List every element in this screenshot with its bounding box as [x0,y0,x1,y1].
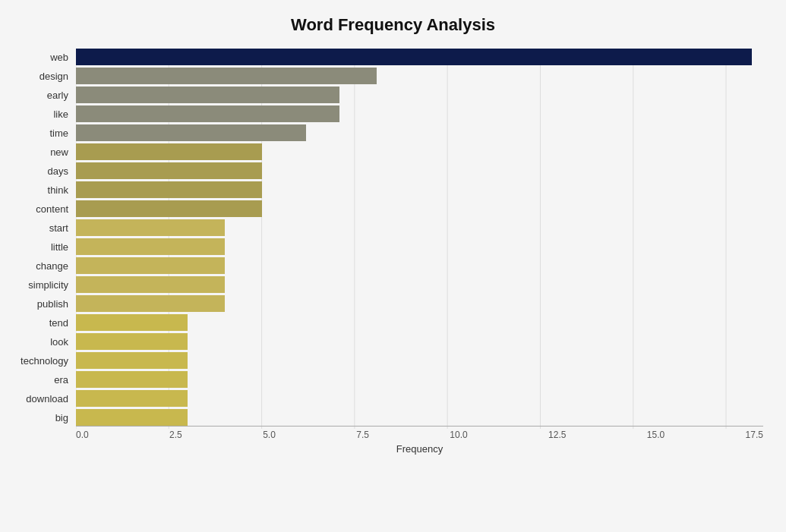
bar-fill [76,87,339,103]
x-ticks: 0.02.55.07.510.012.515.017.5 [76,430,763,440]
bar-label: think [8,184,76,196]
x-tick: 17.5 [746,430,763,440]
bar-track [76,276,763,293]
bar-fill [76,219,225,236]
bar-label: content [8,203,76,215]
bar-row: start [76,219,763,236]
bar-label: look [8,336,76,348]
bar-track [76,314,763,331]
bar-row: tend [76,314,763,331]
bar-row: days [76,162,763,179]
bar-fill [76,390,188,407]
x-axis: 0.02.55.07.510.012.515.017.5 Frequency [76,426,763,455]
bar-row: like [76,105,763,122]
bar-label: little [8,241,76,253]
bar-row: publish [76,295,763,312]
bar-row: look [76,333,763,350]
bar-row: content [76,200,763,217]
bar-fill [76,352,188,369]
bar-fill [76,124,306,141]
x-tick: 15.0 [647,430,664,440]
bar-track [76,238,763,255]
bar-row: era [76,371,763,388]
bar-track [76,333,763,350]
bar-fill [76,295,225,312]
bar-label: era [8,374,76,386]
bar-label: change [8,260,76,272]
bar-track [76,49,763,65]
bar-fill [76,49,752,65]
bar-row: technology [76,352,763,369]
bar-label: start [8,222,76,234]
bar-row: simplicity [76,276,763,293]
x-tick: 10.0 [450,430,467,440]
bar-label: days [8,165,76,177]
bar-fill [76,143,262,160]
bar-track [76,105,763,122]
bar-fill [76,68,377,84]
bar-label: technology [8,355,76,367]
bar-row: little [76,238,763,255]
bar-label: tend [8,317,76,329]
bar-track [76,68,763,84]
bar-row: download [76,390,763,407]
x-tick: 7.5 [356,430,369,440]
bar-track [76,257,763,274]
bar-row: web [76,49,763,65]
bar-row: design [76,68,763,84]
bar-label: new [8,146,76,158]
bar-fill [76,162,262,179]
x-tick: 5.0 [263,430,276,440]
bar-track [76,390,763,407]
bar-fill [76,314,188,331]
chart-container: Word Frequency Analysis webdesignearlyli… [0,0,786,532]
bar-label: design [8,71,76,82]
bar-fill [76,238,225,255]
bar-row: think [76,181,763,198]
bar-fill [76,333,188,350]
bar-track [76,124,763,141]
bar-fill [76,105,339,122]
bar-label: web [8,52,76,63]
bar-label: download [8,393,76,405]
bar-track [76,143,763,160]
bar-fill [76,181,262,198]
bar-row: early [76,87,763,103]
bar-track [76,200,763,217]
bar-track [76,352,763,369]
x-tick: 0.0 [76,430,89,440]
x-tick: 2.5 [169,430,182,440]
bar-label: big [8,412,76,423]
bar-label: simplicity [8,279,76,291]
bar-label: publish [8,298,76,310]
bar-track [76,371,763,388]
bar-track [76,181,763,198]
bar-fill [76,371,188,388]
bar-label: early [8,90,76,101]
bar-row: big [76,409,763,426]
chart-title: Word Frequency Analysis [23,15,763,35]
bar-row: change [76,257,763,274]
bar-label: like [8,109,76,120]
bar-track [76,219,763,236]
bar-fill [76,409,188,426]
bar-label: time [8,127,76,139]
bar-fill [76,200,262,217]
bar-track [76,162,763,179]
bars-container: webdesignearlyliketimenewdaysthinkconten… [76,49,763,421]
bar-track [76,295,763,312]
bar-track [76,409,763,426]
bar-track [76,87,763,103]
x-tick: 12.5 [548,430,566,440]
bar-fill [76,257,225,274]
x-axis-label: Frequency [76,443,763,455]
bar-fill [76,276,225,293]
bar-row: new [76,143,763,160]
bar-row: time [76,124,763,141]
